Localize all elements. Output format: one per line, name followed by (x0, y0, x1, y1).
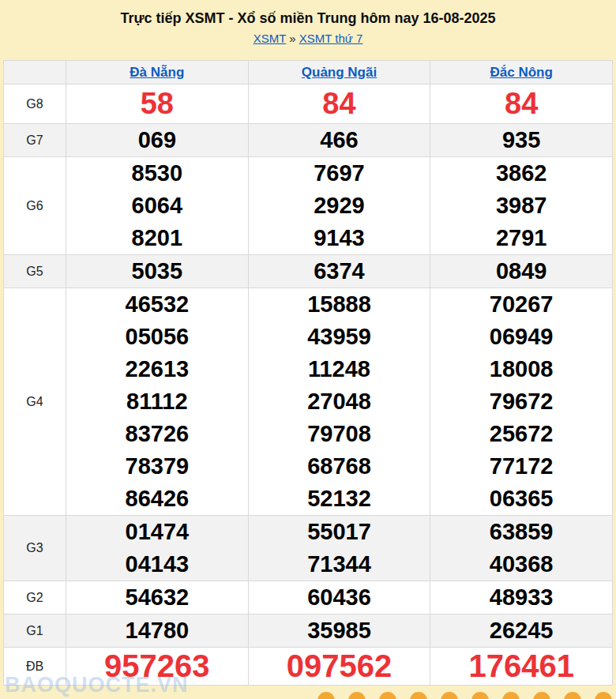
prize-number: 957263 (66, 648, 248, 685)
prize-row-g8: G8 58 84 84 (4, 85, 613, 124)
prize-number: 9143 (249, 222, 430, 254)
page: { "page": { "title": "Trực tiếp XSMT - X… (0, 0, 616, 699)
city-link-quang-ngai[interactable]: Quảng Ngãi (302, 65, 377, 80)
prize-row-g6: G6 8530 6064 8201 7697 2929 9143 3862 39… (4, 157, 613, 255)
prize-number: 04143 (66, 548, 248, 581)
result-cell: 15888 43959 11248 27048 79708 68768 5213… (248, 288, 430, 516)
prize-number: 2929 (249, 190, 430, 222)
city-link-da-nang[interactable]: Đà Nẵng (130, 65, 184, 80)
column-header-da-nang: Đà Nẵng (66, 61, 249, 85)
prize-number: 63859 (430, 516, 612, 548)
prize-number: 48933 (430, 581, 612, 614)
ball-icon (410, 692, 427, 699)
prize-number: 18008 (430, 353, 612, 385)
prize-row-g5: G5 5035 6374 0849 (4, 255, 613, 288)
prize-number: 79672 (430, 385, 612, 418)
page-header: Trực tiếp XSMT - Xổ số miền Trung hôm na… (0, 0, 616, 46)
prize-number: 26245 (430, 614, 612, 647)
prize-number: 71344 (249, 548, 430, 581)
prize-number: 35985 (249, 614, 430, 647)
prize-number: 27048 (249, 385, 430, 418)
result-cell: 63859 40368 (430, 516, 613, 581)
prize-label: G2 (4, 581, 66, 614)
result-cell: 84 (430, 85, 613, 124)
prize-row-g3: G3 01474 04143 55017 71344 63859 40368 (4, 516, 613, 581)
prize-label: G5 (4, 255, 66, 288)
result-cell: 55017 71344 (248, 516, 430, 581)
prize-number: 52132 (249, 483, 430, 515)
prize-number: 15888 (249, 288, 430, 321)
ball-icon (502, 692, 520, 699)
result-cell: 6374 (248, 255, 430, 288)
prize-number: 06949 (430, 321, 612, 353)
ball-icon (564, 692, 581, 699)
prize-row-g7: G7 069 466 935 (4, 124, 613, 157)
prize-number: 40368 (430, 548, 612, 581)
ball-icon (379, 692, 396, 699)
prize-number: 05056 (66, 321, 248, 353)
prize-row-g2: G2 54632 60436 48933 (4, 581, 613, 614)
result-cell: 3862 3987 2791 (430, 157, 613, 255)
result-cell: 957263 (66, 648, 249, 686)
prize-number: 43959 (249, 321, 430, 353)
prize-number: 83726 (66, 418, 248, 450)
prize-number: 176461 (430, 648, 612, 685)
city-link-dac-nong[interactable]: Đắc Nông (490, 65, 552, 80)
breadcrumb-link-xsmt-thu-7[interactable]: XSMT thứ 7 (299, 32, 363, 45)
prize-number: 8530 (66, 157, 248, 190)
prize-number: 25672 (430, 418, 612, 450)
prize-number: 70267 (430, 288, 612, 321)
ball-icon (348, 692, 366, 699)
prize-number: 01474 (66, 516, 248, 548)
prize-number: 78379 (66, 450, 248, 483)
prize-number: 60436 (249, 581, 430, 614)
page-title: Trực tiếp XSMT - Xổ số miền Trung hôm na… (0, 9, 616, 27)
breadcrumb-link-xsmt[interactable]: XSMT (254, 32, 287, 45)
ball-icon (595, 692, 612, 699)
result-cell: 60436 (248, 581, 430, 614)
prize-number: 81112 (66, 385, 248, 418)
ball-icon (533, 692, 550, 699)
prize-row-db: ĐB 957263 097562 176461 (4, 648, 613, 686)
result-cell: 58 (66, 85, 249, 124)
prize-number: 8201 (66, 222, 248, 254)
prize-number: 58 (66, 85, 248, 123)
prize-number: 097562 (249, 648, 430, 685)
breadcrumb: XSMT»XSMT thứ 7 (0, 32, 616, 46)
result-cell: 466 (248, 124, 430, 157)
prize-number: 5035 (66, 255, 248, 287)
result-cell: 097562 (248, 648, 430, 686)
breadcrumb-separator: » (289, 32, 295, 45)
prize-number: 86426 (66, 483, 248, 515)
result-cell: 70267 06949 18008 79672 25672 77172 0636… (430, 288, 613, 516)
result-cell: 14780 (66, 614, 249, 648)
result-cell: 35985 (248, 614, 430, 648)
prize-number: 2791 (430, 222, 612, 254)
prize-row-g1: G1 14780 35985 26245 (4, 614, 613, 648)
result-cell: 48933 (430, 581, 613, 614)
table-header-row: Đà Nẵng Quảng Ngãi Đắc Nông (4, 61, 613, 85)
prize-label: G1 (4, 614, 66, 648)
prize-label: G7 (4, 124, 66, 157)
ball-icon (471, 692, 489, 699)
corner-cell (4, 61, 66, 85)
prize-number: 84 (430, 85, 612, 123)
prize-number: 55017 (249, 516, 430, 548)
prize-number: 68768 (249, 450, 430, 483)
prize-number: 11248 (249, 353, 430, 385)
prize-number: 466 (249, 124, 430, 156)
prize-number: 14780 (66, 614, 248, 647)
prize-number: 935 (430, 124, 612, 156)
prize-number: 6374 (249, 255, 430, 287)
prize-number: 84 (249, 85, 430, 123)
prize-label: G6 (4, 157, 66, 255)
prize-number: 79708 (249, 418, 430, 450)
prize-label: G4 (4, 288, 66, 516)
prize-label: G8 (4, 85, 66, 124)
prize-row-g4: G4 46532 05056 22613 81112 83726 78379 8… (4, 288, 613, 516)
result-cell: 5035 (66, 255, 249, 288)
result-cell: 84 (248, 85, 430, 124)
result-cell: 935 (430, 124, 613, 157)
result-cell: 7697 2929 9143 (248, 157, 430, 255)
result-cell: 176461 (430, 648, 613, 686)
